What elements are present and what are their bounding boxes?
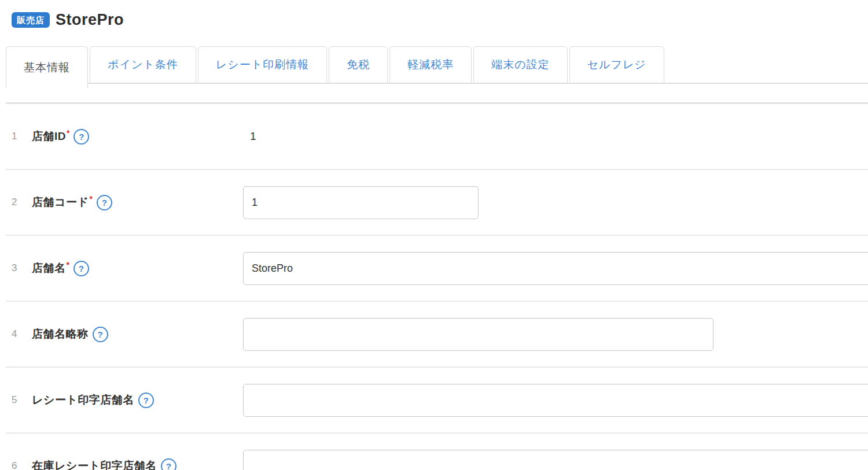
help-icon[interactable]: ? <box>93 327 108 342</box>
field-label: 店舗ID <box>32 129 66 144</box>
field-label: レシート印字店舗名 <box>32 393 134 408</box>
field-label-group: 店舗名 * ? <box>32 261 243 276</box>
tab-reduced-tax-rate[interactable]: 軽減税率 <box>389 46 472 83</box>
form-row: 5 レシート印字店舗名 ? <box>6 368 868 434</box>
receipt-store-name-input[interactable] <box>243 384 868 417</box>
required-asterisk: * <box>89 194 92 203</box>
tab-bar: 基本情報ポイント条件レシート印刷情報免税軽減税率端末の設定セルフレジ <box>0 46 868 88</box>
row-number: 1 <box>6 131 32 142</box>
form-row: 1 店舗ID * ? 1 <box>6 104 868 170</box>
form-row: 6 在庫レシート印字店舗名 ? <box>6 434 868 470</box>
field-value-area: 1 <box>243 130 868 143</box>
form-rows: 1 店舗ID * ? 1 2 店舗コード * ? 3 店舗名 * ? 4 店舗名… <box>6 102 868 470</box>
help-icon[interactable]: ? <box>138 393 154 408</box>
store-id-value: 1 <box>243 130 256 143</box>
store-name-short-input[interactable] <box>243 318 713 351</box>
field-label: 在庫レシート印字店舗名 <box>32 458 157 470</box>
stock-receipt-store-name-input[interactable] <box>243 450 868 470</box>
help-icon[interactable]: ? <box>161 458 176 470</box>
store-type-badge: 販売店 <box>12 12 50 28</box>
tab-point-conditions[interactable]: ポイント条件 <box>90 46 196 83</box>
field-label: 店舗名略称 <box>32 327 89 342</box>
field-label-group: 在庫レシート印字店舗名 ? <box>32 458 243 470</box>
required-asterisk: * <box>67 260 69 269</box>
tab-receipt-print-info[interactable]: レシート印刷情報 <box>198 46 327 83</box>
field-value-area <box>243 450 868 470</box>
field-label: 店舗コード <box>32 195 89 210</box>
field-label-group: 店舗ID * ? <box>32 129 243 145</box>
field-label-group: 店舗コード * ? <box>32 195 243 210</box>
row-number: 4 <box>6 328 32 340</box>
field-value-area <box>243 318 868 351</box>
row-number: 3 <box>6 262 32 274</box>
page-header: 販売店 StorePro <box>0 0 868 30</box>
field-label: 店舗名 <box>32 261 66 276</box>
tab-basic-info[interactable]: 基本情報 <box>6 46 88 88</box>
tab-terminal-settings[interactable]: 端末の設定 <box>473 46 567 83</box>
tab-tax-free[interactable]: 免税 <box>329 46 388 83</box>
form-row: 4 店舗名略称 ? <box>6 302 868 368</box>
page-title: StorePro <box>56 11 124 29</box>
field-value-area <box>243 384 868 417</box>
tab-self-checkout[interactable]: セルフレジ <box>569 46 664 83</box>
store-name-input[interactable] <box>243 252 868 285</box>
row-number: 2 <box>6 197 32 208</box>
row-number: 6 <box>6 460 32 470</box>
field-label-group: レシート印字店舗名 ? <box>32 393 243 408</box>
form-row: 3 店舗名 * ? <box>6 236 868 302</box>
help-icon[interactable]: ? <box>97 195 112 210</box>
field-value-area <box>243 252 868 285</box>
required-asterisk: * <box>67 128 69 138</box>
field-value-area <box>243 186 868 219</box>
help-icon[interactable]: ? <box>73 129 89 145</box>
row-number: 5 <box>6 394 32 406</box>
help-icon[interactable]: ? <box>73 261 89 276</box>
store-code-input[interactable] <box>243 186 479 219</box>
form-row: 2 店舗コード * ? <box>6 170 868 236</box>
field-label-group: 店舗名略称 ? <box>32 327 243 342</box>
